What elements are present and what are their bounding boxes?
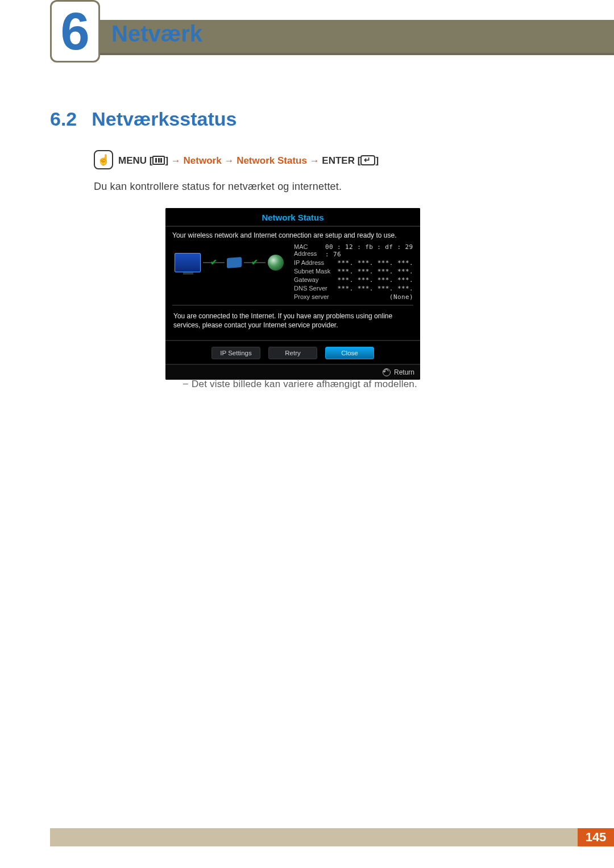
field-label: DNS Server [294,285,327,292]
field-row: Proxy server(None) [294,293,413,301]
hand-icon: ☝ [94,150,113,169]
footer-left [50,828,578,846]
check-icon: ✔ [251,258,258,267]
field-value: ***. ***. ***. ***. [338,259,413,267]
arrow-3: → [310,155,320,166]
tv-icon [175,253,201,272]
link-line-1: ✔ [203,262,225,263]
arrow-2: → [224,155,234,166]
field-label: MAC Address [294,243,325,258]
field-label: IP Address [294,259,324,267]
return-label[interactable]: Return [394,368,414,376]
menu-path: MENU [] → Network → Network Status → ENT… [118,153,379,167]
menu-icon [152,156,165,165]
enter-label-text: ENTER [322,155,355,166]
panel-message: You are connected to the Internet. If yo… [172,312,413,337]
intro-text: Du kan kontrollere status for netværket … [94,181,342,193]
network-fields: MAC Address00 : 12 : fb : df : 29 : 76 I… [294,243,413,301]
field-value: ***. ***. ***. ***. [338,276,413,284]
footer-bar: 145 [50,828,614,846]
globe-icon [268,255,284,271]
field-value: ***. ***. ***. ***. [338,285,413,292]
chapter-badge: 6 [50,0,100,63]
panel-mid: ✔ ✔ MAC Address00 : 12 : fb : df : 29 : … [172,243,413,301]
panel-separator [172,305,413,306]
section-heading: 6.2 Netværksstatus [50,108,237,130]
nav-network-text: Network [184,155,222,166]
menu-label: MENU [118,155,147,166]
return-row: Return [165,364,420,380]
field-row: Gateway***. ***. ***. ***. [294,276,413,284]
router-icon [227,257,242,268]
field-row: MAC Address00 : 12 : fb : df : 29 : 76 [294,243,413,259]
note-text: Det viste billede kan variere afhængigt … [192,379,417,390]
note-dash: – [183,379,188,389]
close-button[interactable]: Close [325,347,374,359]
enter-icon [360,155,375,165]
panel-title: Network Status [262,213,323,222]
field-label: Proxy server [294,293,329,301]
chapter-number: 6 [60,5,89,57]
field-label: Subnet Mask [294,268,330,275]
field-value: ***. ***. ***. ***. [338,268,413,275]
field-label: Gateway [294,276,318,284]
nav-status-text: Network Status [237,155,307,166]
field-row: DNS Server***. ***. ***. ***. [294,284,413,293]
connection-diagram: ✔ ✔ [172,243,286,283]
field-value: (None) [389,293,413,301]
page-number: 145 [578,828,614,846]
ip-settings-button[interactable]: IP Settings [211,347,260,359]
panel-button-row: IP Settings Retry Close [165,341,420,364]
panel-title-bar: Network Status [165,208,420,227]
section-number: 6.2 [50,108,77,130]
link-line-2: ✔ [244,262,265,263]
return-icon [383,368,391,376]
close-bracket: ] [165,155,171,166]
field-row: Subnet Mask***. ***. ***. ***. [294,267,413,276]
panel-body: Your wireless network and Internet conne… [165,227,420,340]
network-status-panel: Network Status Your wireless network and… [165,208,420,380]
chapter-title: Netværk [111,21,202,47]
close-bracket-2: ] [375,155,379,166]
retry-button[interactable]: Retry [268,347,317,359]
panel-status-line: Your wireless network and Internet conne… [172,231,413,239]
arrow-icon: → [171,155,181,166]
document-page: 6 Netværk 6.2 Netværksstatus ☝ MENU [] →… [0,0,614,868]
field-value: 00 : 12 : fb : df : 29 : 76 [325,243,413,258]
field-row: IP Address***. ***. ***. ***. [294,259,413,267]
section-title: Netværksstatus [92,108,237,130]
check-icon: ✔ [210,258,217,267]
